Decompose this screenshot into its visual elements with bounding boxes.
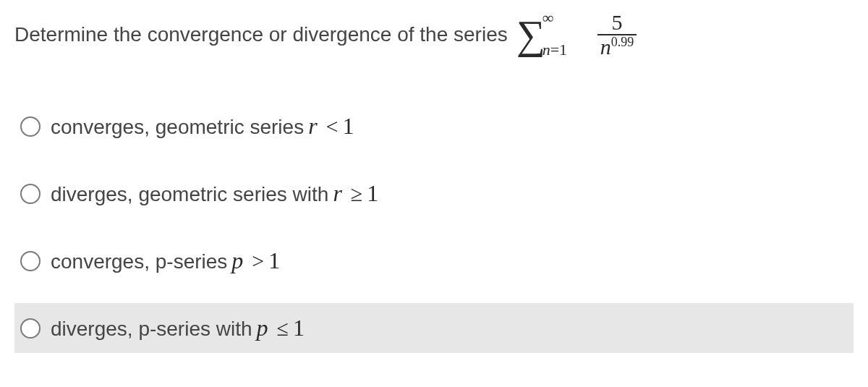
fraction-denominator: n0.99 — [597, 35, 637, 59]
radio-icon — [20, 184, 41, 204]
answer-options: converges, geometric seriesr<1 diverges,… — [14, 101, 854, 353]
sigma-symbol: ∑ ∞ n=1 — [516, 14, 545, 55]
radio-icon — [20, 318, 41, 339]
option-a[interactable]: converges, geometric seriesr<1 — [14, 101, 854, 151]
option-b[interactable]: diverges, geometric series with r≥1 — [14, 169, 854, 218]
question-prompt: Determine the convergence or divergence … — [14, 11, 854, 58]
question-text: Determine the convergence or divergence … — [14, 23, 508, 46]
series-fraction: 5 n0.99 — [597, 11, 637, 58]
fraction-numerator: 5 — [607, 11, 626, 34]
option-a-label: converges, geometric seriesr<1 — [51, 113, 354, 140]
radio-icon — [20, 116, 41, 137]
option-d-label: diverges, p-series withp≤1 — [51, 315, 305, 341]
option-c[interactable]: converges, p-seriesp>1 — [14, 236, 854, 286]
series-expression: ∑ ∞ n=1 5 n0.99 — [516, 11, 637, 58]
sum-upper-limit: ∞ — [542, 10, 554, 26]
option-c-label: converges, p-seriesp>1 — [51, 247, 280, 274]
radio-icon — [20, 251, 41, 271]
option-d[interactable]: diverges, p-series withp≤1 — [14, 303, 854, 353]
option-b-label: diverges, geometric series with r≥1 — [51, 180, 378, 207]
sum-lower-limit: n=1 — [542, 42, 567, 58]
